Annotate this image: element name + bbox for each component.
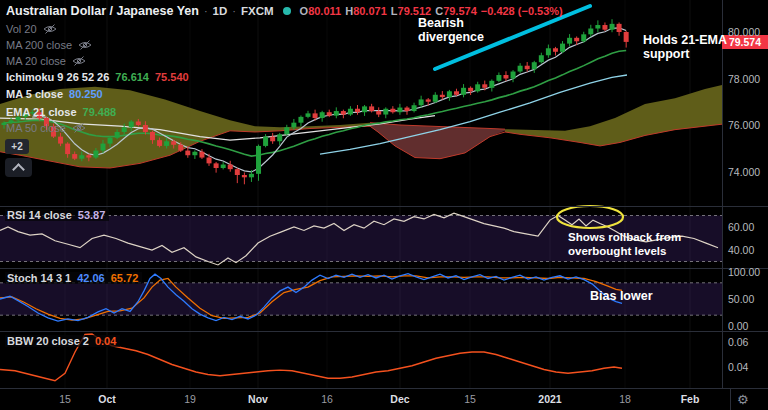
chevron-up-icon (12, 163, 25, 176)
annotation-rollback[interactable]: Shows rollback from overbought levels (568, 231, 681, 258)
eye-off-icon[interactable] (72, 55, 86, 67)
stoch-tick-label: 50.00 (728, 293, 754, 305)
rsi-pane-legend[interactable]: RSI 14 close 53.87 (5, 209, 109, 221)
chart-canvas[interactable] (0, 0, 768, 410)
legend-row-ma5[interactable]: MA 5 close 80.250 (6, 87, 103, 100)
price-axis[interactable]: 79.574 80.00078.00076.00074.00060.0040.0… (722, 0, 768, 388)
eye-off-icon[interactable] (43, 23, 57, 35)
ma5-label: MA 5 close (6, 88, 63, 100)
time-axis-label: 15 (450, 393, 490, 405)
annotation-holds-ema-support[interactable]: Holds 21-EMA support (643, 34, 727, 61)
price-tick-label: 74.000 (728, 166, 760, 178)
close-label: C (435, 5, 443, 17)
open-value: 80.011 (308, 5, 341, 17)
rsi-label: RSI 14 close (7, 209, 72, 221)
settings-gear-icon[interactable]: ⚙ (737, 392, 749, 407)
axis-separator (730, 389, 731, 410)
chart-header: Australian Dollar / Japanese Yen · 1D · … (6, 3, 567, 19)
ma5-value: 80.250 (69, 88, 103, 100)
ohlc-values: O80.011H80.071L79.512C79.574−0.428 (−0.5… (300, 5, 567, 17)
bbw-pane-legend[interactable]: BBW 20 close 2 0.04 (5, 335, 120, 347)
volume-label: Vol 20 (6, 23, 37, 35)
time-axis-label: 19 (170, 393, 210, 405)
legend-row-volume[interactable]: Vol 20 (6, 22, 57, 35)
exchange-label[interactable]: FXCM (241, 5, 274, 17)
eye-off-icon[interactable] (72, 122, 86, 134)
symbol-title[interactable]: Australian Dollar / Japanese Yen (6, 4, 199, 18)
ema21-label: EMA 21 close (6, 106, 77, 118)
time-axis-label: 16 (307, 393, 347, 405)
stoch-k-value: 42.06 (77, 272, 105, 284)
time-axis-label: 18 (605, 393, 645, 405)
legend-row-ma200[interactable]: MA 200 close (6, 38, 92, 51)
close-value: 79.574 (443, 5, 477, 17)
tradingview-chart-window: Australian Dollar / Japanese Yen · 1D · … (0, 0, 768, 410)
stoch-d-value: 65.72 (111, 272, 139, 284)
time-axis-label: Dec (380, 393, 420, 405)
ma20-label: MA 20 close (6, 55, 66, 67)
stoch-tick-label: 0.00 (728, 320, 748, 332)
stoch-pane-legend[interactable]: Stoch 14 3 1 42.06 65.72 (5, 272, 142, 284)
low-label: L (391, 5, 398, 17)
bbw-tick-label: 0.04 (728, 361, 748, 373)
legend-row-ma50[interactable]: MA 50 close (6, 121, 86, 134)
legend-row-ema21[interactable]: EMA 21 close 79.488 (6, 105, 116, 118)
interval-label[interactable]: 1D (213, 5, 228, 17)
low-value: 79.512 (398, 5, 432, 17)
price-tick-label: 78.000 (728, 73, 760, 85)
rsi-tick-label: 60.00 (728, 221, 754, 233)
high-label: H (345, 5, 353, 17)
ema21-value: 79.488 (83, 106, 117, 118)
time-axis-label: Feb (670, 393, 710, 405)
time-axis-label: 15 (45, 393, 85, 405)
market-status-dot (283, 7, 291, 15)
time-axis[interactable]: ⚙ 15Oct19Nov16Dec15202118Feb (0, 389, 768, 410)
ma200-label: MA 200 close (6, 39, 72, 51)
bbw-label: BBW 20 close 2 (7, 335, 89, 347)
change-value: −0.428 (−0.53%) (481, 5, 563, 17)
open-label: O (300, 5, 309, 17)
collapse-legend-button[interactable] (5, 158, 32, 177)
ichimoku-label: Ichimoku 9 26 52 26 (6, 71, 109, 83)
annotation-bearish-divergence[interactable]: Bearish divergence (418, 17, 484, 44)
time-axis-label: Oct (87, 393, 127, 405)
separator: · (204, 5, 208, 17)
ichimoku-span-b-value: 75.540 (155, 71, 189, 83)
more-indicators-badge[interactable]: +2 (5, 139, 29, 154)
rsi-value: 53.87 (78, 209, 106, 221)
time-axis-label: Nov (238, 393, 278, 405)
ma50-label: MA 50 close (6, 122, 66, 134)
legend-row-ma20[interactable]: MA 20 close (6, 54, 86, 67)
high-value: 80.071 (353, 5, 387, 17)
bbw-tick-label: 0.06 (728, 336, 748, 348)
legend-row-ichimoku[interactable]: Ichimoku 9 26 52 26 76.614 75.540 (6, 70, 189, 83)
separator: · (232, 5, 236, 17)
stoch-label: Stoch 14 3 1 (7, 272, 71, 284)
eye-off-icon[interactable] (78, 39, 92, 51)
bbw-value: 0.04 (95, 335, 116, 347)
ichimoku-span-a-value: 76.614 (115, 71, 149, 83)
time-axis-label: 2021 (530, 393, 570, 405)
annotation-bias-lower[interactable]: Bias lower (590, 290, 653, 304)
price-tick-label: 80.000 (728, 26, 760, 38)
rsi-tick-label: 40.00 (728, 244, 754, 256)
stoch-tick-label: 100.00 (728, 266, 760, 278)
price-tick-label: 76.000 (728, 119, 760, 131)
